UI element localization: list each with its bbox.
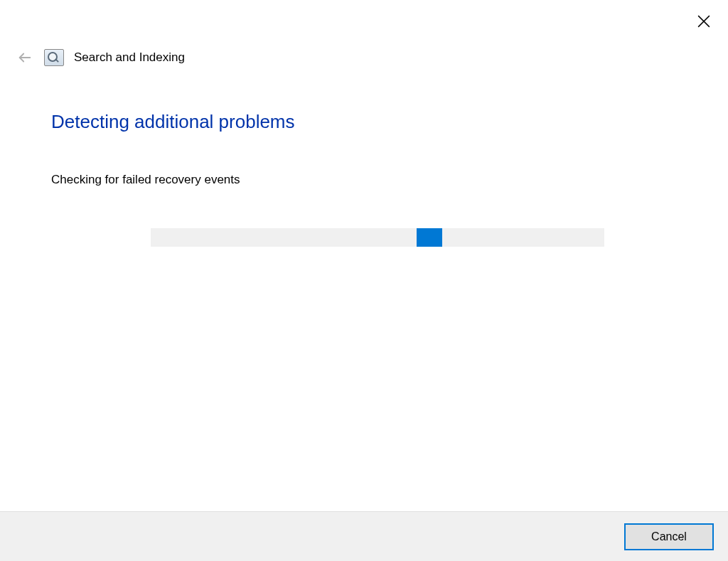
- troubleshooter-icon: [44, 49, 64, 66]
- arrow-left-icon: [17, 50, 33, 65]
- close-button[interactable]: [694, 11, 714, 31]
- footer: Cancel: [0, 511, 728, 561]
- back-button[interactable]: [16, 48, 34, 67]
- progress-bar: [151, 228, 604, 247]
- close-icon: [697, 15, 710, 28]
- status-text: Checking for failed recovery events: [51, 173, 677, 187]
- cancel-button[interactable]: Cancel: [624, 523, 714, 550]
- main-heading: Detecting additional problems: [51, 111, 677, 133]
- progress-indicator: [417, 228, 442, 247]
- header-row: Search and Indexing: [16, 48, 185, 67]
- content-area: Detecting additional problems Checking f…: [51, 111, 677, 247]
- troubleshooter-title: Search and Indexing: [74, 50, 185, 65]
- progress-wrap: [151, 228, 606, 247]
